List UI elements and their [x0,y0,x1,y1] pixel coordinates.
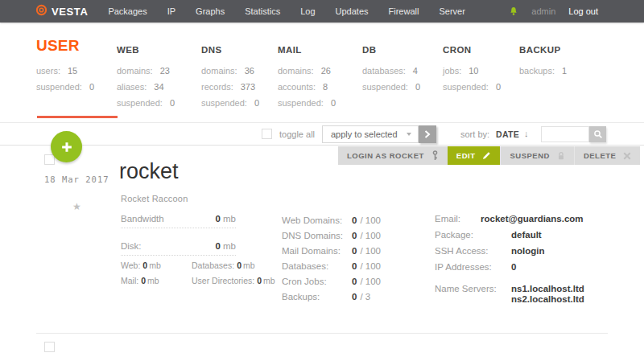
stat-label: suspended: [36,82,82,92]
login-as-user-label: LOGIN AS ROCKET [347,151,424,160]
stat-row: domains:36 [201,63,259,79]
suspend-button[interactable]: SUSPEND [500,146,573,165]
detail-value-line: rocket@guardians.com [481,214,584,224]
detail-value: 0 [511,262,516,273]
quota-used: 0 [352,261,357,272]
current-user-link[interactable]: admin [531,6,555,16]
breakdown-label: User Directories: [192,276,254,285]
stat-label: databases: [362,66,406,76]
list-toolbar: toggle all apply to selected sort by: DA… [0,122,644,146]
sort-field-value[interactable]: DATE [496,129,519,139]
stats-section-title[interactable]: USER [36,32,94,55]
stats-section-title[interactable]: WEB [117,32,175,55]
toggle-all-checkbox[interactable] [262,129,272,139]
nav-graphs[interactable]: Graphs [196,6,225,16]
stat-value: 373 [241,82,255,92]
stats-section-title[interactable]: DNS [201,32,259,55]
favorite-star-icon[interactable]: ★ [72,201,81,212]
quota-label: Backups: [282,292,352,302]
stat-row: suspended:0 [117,95,175,111]
detail-value: ns1.localhost.ltdns2.localhost.ltd [511,284,584,305]
disk-breakdown-item: Databases:0mb [192,260,275,270]
logout-link[interactable]: Log out [568,6,598,16]
nav-ip[interactable]: IP [167,6,175,16]
stats-section-cron[interactable]: CRONjobs:10suspended:0 [443,32,501,95]
quota-label: Databases: [282,261,352,272]
nav-updates[interactable]: Updates [336,6,369,16]
search-button[interactable] [589,126,606,142]
nav-packages[interactable]: Packages [108,6,147,16]
quota-limit: / 100 [360,231,381,241]
apply-bulk-action-button[interactable] [419,125,436,143]
disk-breakdown-item: User Directories:0mb [192,276,275,285]
breakdown-value: 0 [141,276,146,285]
stats-section-dns[interactable]: DNSdomains:36records:373suspended:0 [201,32,259,111]
stat-value: 0 [496,82,501,92]
notifications-bell-icon[interactable] [509,6,518,17]
quota-limit: / 100 [360,277,381,287]
stats-section-rows: backups:1 [519,63,567,79]
stats-section-mail[interactable]: MAILdomains:26accounts:8suspended:0 [278,32,336,111]
stats-section-web[interactable]: WEBdomains:23aliases:34suspended:0 [117,32,175,111]
add-user-button[interactable] [51,131,82,162]
stat-row: users:15 [36,63,94,79]
quota-limit: / 100 [360,246,381,256]
stats-section-title[interactable]: BACKUP [519,32,567,55]
stats-section-title[interactable]: CRON [443,32,501,55]
stat-label: records: [201,82,233,92]
stat-row: aliases:34 [117,79,175,95]
stats-section-rows: domains:36records:373suspended:0 [201,63,259,111]
breakdown-value: 0 [257,276,262,285]
detail-label: Package: [435,230,511,240]
detail-row: IP Addresses:0 [435,262,584,273]
nav-statistics[interactable]: Statistics [245,6,280,16]
disk-row: Disk: 0mb [121,241,236,256]
nav-firewall[interactable]: Firewall [389,6,419,16]
detail-label: IP Addresses: [435,262,511,273]
nav-server[interactable]: Server [439,6,464,16]
disk-breakdown-item: Web:0mb [121,260,192,270]
stats-section-user[interactable]: USERusers:15suspended:0 [36,32,94,95]
stat-value: 0 [331,98,336,108]
quota-used: 0 [352,246,357,256]
delete-button[interactable]: DELETE [574,146,640,165]
stats-section-rows: domains:26accounts:8suspended:0 [278,63,336,111]
stat-row: suspended:0 [201,95,259,111]
stat-label: suspended: [117,98,163,108]
disk-breakdown-item: Mail:0mb [121,276,192,285]
detail-label: Email: [435,214,481,224]
stat-row: domains:26 [278,63,336,79]
quota-row: Web Domains:0/ 100 [282,215,381,226]
sort-direction-arrow[interactable]: ↓ [524,129,529,138]
stats-section-title[interactable]: MAIL [278,32,336,55]
bulk-action-selected-value: apply to selected [331,129,407,139]
detail-value-line: 0 [511,262,516,273]
bulk-action-select[interactable]: apply to selected [322,125,419,143]
toggle-all-label[interactable]: toggle all [279,129,315,139]
stat-row: accounts:8 [278,79,336,95]
quota-label: Mail Domains: [282,246,352,256]
stat-value: 10 [469,66,478,76]
edit-button[interactable]: EDIT [448,146,501,165]
stat-row: domains:23 [117,63,175,79]
stat-value: 34 [154,82,163,92]
key-icon [431,150,439,161]
stats-section-backup[interactable]: BACKUPbackups:1 [519,32,567,79]
detail-row: Package:default [435,230,584,240]
next-row-select-checkbox[interactable] [44,342,55,352]
row-username[interactable]: rocket [119,159,179,184]
stats-section-title[interactable]: DB [362,32,420,55]
login-as-user-button[interactable]: LOGIN AS ROCKET [338,146,448,165]
nav-log[interactable]: Log [300,6,315,16]
stat-row: records:373 [201,79,259,95]
vesta-logo[interactable]: VESTA [35,4,88,19]
stats-bar: USERusers:15suspended:0WEBdomains:23alia… [0,23,644,122]
disk-value: 0mb [216,241,236,251]
stats-section-db[interactable]: DBdatabases:4suspended:0 [362,32,420,95]
plus-icon [60,140,74,154]
detail-value-line: default [511,230,542,240]
search-input[interactable] [541,126,589,142]
usage-column: Bandwidth 0mb Disk: 0mb [121,214,236,256]
stat-label: backups: [519,66,555,76]
pencil-icon [482,151,491,160]
